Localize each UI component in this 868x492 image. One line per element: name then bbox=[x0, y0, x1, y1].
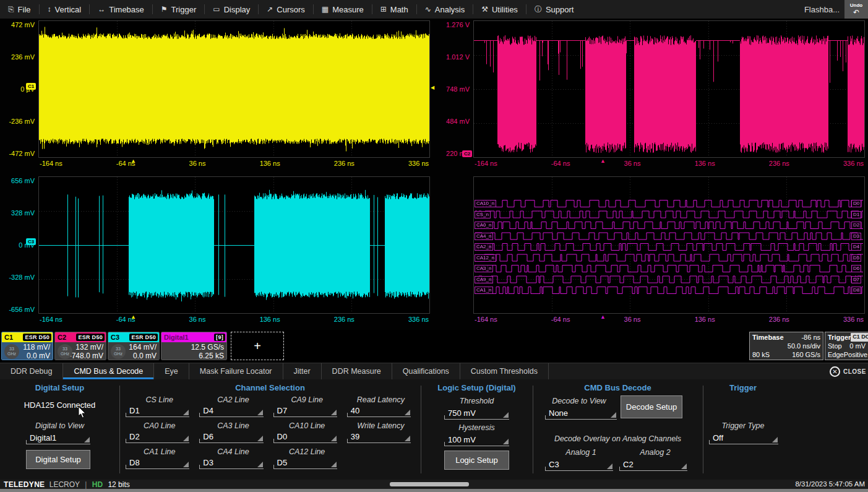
field-ca2-line: CA2 LineD4 bbox=[199, 395, 267, 417]
plot-c3[interactable] bbox=[38, 176, 430, 314]
channel-scale: 132 mV/ bbox=[69, 343, 103, 352]
x-tick: 236 ns bbox=[769, 316, 789, 323]
select-cs-line[interactable]: D1 bbox=[126, 405, 189, 417]
trigger-position-marker-digital[interactable]: ▲ bbox=[600, 314, 606, 320]
bus-label-ca2-n: CA2_n bbox=[475, 243, 493, 251]
menu-item-utilities[interactable]: ⚒Utilities bbox=[473, 0, 526, 19]
tab-eye[interactable]: Eye bbox=[154, 363, 189, 379]
y-tick-c1: -472 mV bbox=[0, 150, 35, 157]
descriptor-c2[interactable]: C2ESR D5033GHz132 mV/-748.0 mV bbox=[54, 332, 106, 360]
status-scrollbar[interactable] bbox=[390, 482, 469, 486]
undo-arrow-icon: ↶ bbox=[853, 9, 859, 16]
tab-ddr-measure[interactable]: DDR Measure bbox=[322, 363, 392, 379]
undo-button[interactable]: Undo ↶ bbox=[844, 0, 868, 19]
logic-setup-button[interactable]: Logic Setup bbox=[444, 451, 509, 470]
analog2-select[interactable]: C2 bbox=[619, 459, 687, 471]
analog1-select[interactable]: C3 bbox=[545, 459, 613, 471]
menu-item-file[interactable]: ⎘File bbox=[0, 0, 39, 19]
add-trace-button[interactable]: + bbox=[231, 332, 284, 360]
select-ca0-line[interactable]: D2 bbox=[126, 431, 189, 443]
dropdown-arrow-icon bbox=[611, 412, 616, 418]
plot-c2[interactable] bbox=[473, 20, 865, 158]
field-value: D0 bbox=[277, 432, 288, 441]
plot-digital[interactable] bbox=[473, 176, 865, 314]
dropdown-arrow-icon bbox=[405, 436, 410, 441]
decode-setup-button[interactable]: Decode Setup bbox=[621, 395, 682, 418]
select-ca2-line[interactable]: D4 bbox=[199, 405, 263, 417]
select-write-latency[interactable]: 39 bbox=[347, 431, 411, 443]
trigger-position-marker-c2[interactable]: ▲ bbox=[600, 158, 606, 164]
c2-zero-marker[interactable]: C2 bbox=[462, 150, 472, 157]
tab-ddr-debug[interactable]: DDR Debug bbox=[0, 363, 63, 379]
tab-cmd-bus-decode[interactable]: CMD Bus & Decode bbox=[63, 363, 154, 379]
trigger-box[interactable]: Trigger C1 DC Stop 0 mV Edge Positive bbox=[825, 332, 868, 360]
descriptor-c3[interactable]: C3ESR D5033GHz164 mV/0.0 mV bbox=[108, 332, 160, 360]
dropdown-arrow-icon bbox=[331, 436, 337, 441]
select-ca10-line[interactable]: D0 bbox=[273, 431, 337, 443]
select-ca12-line[interactable]: D5 bbox=[273, 457, 337, 469]
line-label-d2: D2 bbox=[851, 222, 861, 229]
menu-item-vertical[interactable]: ↕Vertical bbox=[40, 0, 90, 19]
bandwidth-badge: 33GHz bbox=[4, 344, 19, 359]
select-ca9-line[interactable]: D7 bbox=[273, 405, 337, 417]
x-tick: 36 ns bbox=[189, 160, 206, 167]
analog1-label: Analog 1 bbox=[545, 448, 617, 457]
hd-badge: HD bbox=[92, 480, 103, 489]
timebase-box[interactable]: Timebase -86 ns 50.0 ns/div 80 kS 160 GS… bbox=[749, 332, 823, 360]
x-tick: 136 ns bbox=[260, 316, 280, 323]
c3-zero-marker[interactable]: C3 bbox=[26, 238, 36, 245]
c1-trigger-level-marker[interactable]: ◀ bbox=[431, 85, 434, 90]
field-label: CA1 Line bbox=[126, 447, 193, 457]
digital-to-view-select[interactable]: Digital1 bbox=[26, 433, 90, 444]
channel-badge: ESR D50 bbox=[76, 334, 105, 341]
tab-jitter[interactable]: Jitter bbox=[283, 363, 322, 379]
field-value: 40 bbox=[351, 406, 359, 415]
x-tick: 136 ns bbox=[695, 160, 715, 167]
hysteresis-select[interactable]: 100 mV bbox=[444, 434, 509, 446]
y-tick-c1: 236 mV bbox=[0, 53, 35, 61]
dropdown-arrow-icon bbox=[183, 436, 189, 441]
field-ca10-line: CA10 LineD0 bbox=[273, 421, 341, 443]
digital-setup-button[interactable]: Digital Setup bbox=[26, 450, 90, 469]
menu-item-support[interactable]: ⓘSupport bbox=[526, 0, 582, 19]
trigger-position-marker-c1[interactable]: ▲ bbox=[131, 158, 136, 164]
tab-qualifications[interactable]: Qualifications bbox=[392, 363, 460, 379]
digital-to-view-label: Digital to View bbox=[0, 421, 119, 430]
descriptor-header: C3ESR D50 bbox=[108, 332, 159, 342]
menu-item-trigger[interactable]: ⚑Trigger bbox=[153, 0, 204, 19]
menu-item-math[interactable]: ⊞Math bbox=[372, 0, 416, 19]
dialog-close-button[interactable]: ✕ CLOSE bbox=[830, 363, 868, 380]
tab-mask-failure-locator[interactable]: Mask Failure Locator bbox=[189, 363, 283, 379]
trigger-type: Edge bbox=[828, 350, 844, 359]
menu-item-measure[interactable]: ▦Measure bbox=[314, 0, 372, 19]
tab-custom-thresholds[interactable]: Custom Thresholds bbox=[460, 363, 549, 379]
field-label: CS Line bbox=[126, 395, 193, 405]
threshold-select[interactable]: 750 mV bbox=[444, 408, 509, 420]
channel-values: 132 mV/-748.0 mV bbox=[69, 343, 103, 360]
descriptor-digital1[interactable]: Digital1[9]12.5 GS/s6.25 kS bbox=[161, 332, 227, 360]
menu-item-label: Vertical bbox=[55, 5, 82, 14]
menu-item-cursors[interactable]: ↗Cursors bbox=[259, 0, 313, 19]
select-ca3-line[interactable]: D6 bbox=[199, 431, 263, 443]
menu-item-display[interactable]: ▭Display bbox=[205, 0, 258, 19]
menu-item-label: Display bbox=[224, 5, 251, 14]
x-tick: -164 ns bbox=[40, 160, 62, 167]
select-ca4-line[interactable]: D3 bbox=[199, 457, 263, 469]
select-ca1-line[interactable]: D8 bbox=[126, 457, 189, 469]
trigger-position-marker-c3[interactable]: ▲ bbox=[131, 314, 136, 320]
field-value: D5 bbox=[277, 458, 288, 467]
decode-to-view-select[interactable]: None bbox=[545, 408, 617, 420]
bus-label-ca4-n: CA4_n bbox=[475, 233, 493, 240]
flashback-label[interactable]: Flashba... bbox=[804, 5, 840, 14]
menu-item-analysis[interactable]: ∿Analysis bbox=[417, 0, 473, 19]
select-read-latency[interactable]: 40 bbox=[347, 405, 411, 417]
cmd-bus-decode-section: CMD Bus Decode Decode to View None Decod… bbox=[533, 379, 703, 480]
line-label-d8: D8 bbox=[851, 287, 861, 294]
trigger-type-select[interactable]: Off bbox=[709, 433, 778, 444]
descriptor-c1[interactable]: C1ESR D5033GHz118 mV/0.0 mV bbox=[1, 332, 53, 360]
menu-item-timebase[interactable]: ↔Timebase bbox=[90, 0, 152, 19]
c1-zero-marker[interactable]: C1 bbox=[26, 83, 36, 90]
dropdown-arrow-icon bbox=[257, 436, 263, 441]
y-tick-c3: -328 mV bbox=[0, 274, 35, 281]
plot-c1[interactable] bbox=[38, 20, 430, 158]
